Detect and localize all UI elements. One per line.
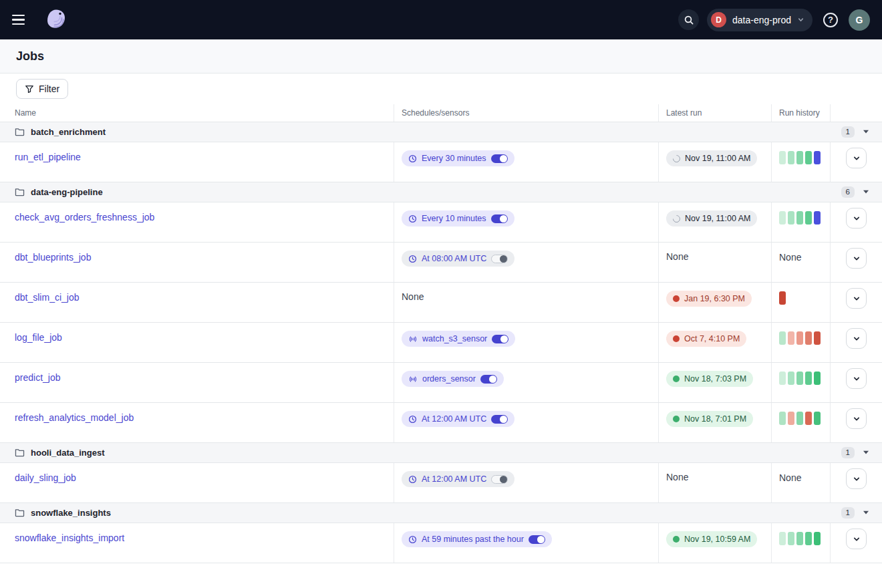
group-row-batch-enrichment[interactable]: batch_enrichment1 xyxy=(0,122,882,142)
group-row-hooli-data-ingest[interactable]: hooli_data_ingest1 xyxy=(0,443,882,463)
job-link[interactable]: check_avg_orders_freshness_job xyxy=(15,212,154,223)
run-history-bar[interactable] xyxy=(796,532,803,545)
run-history-bar[interactable] xyxy=(788,412,794,425)
run-history-bar[interactable] xyxy=(805,331,812,345)
run-history-bar[interactable] xyxy=(779,211,786,225)
expand-row-button[interactable] xyxy=(846,248,867,269)
run-history-bar[interactable] xyxy=(796,151,803,164)
run-history-bar[interactable] xyxy=(805,532,812,545)
dagster-logo[interactable] xyxy=(44,7,68,33)
run-history-bar[interactable] xyxy=(814,412,821,425)
latest-run-chip[interactable]: Jan 19, 6:30 PM xyxy=(666,291,752,307)
job-link[interactable]: predict_job xyxy=(15,372,61,383)
run-history-bar[interactable] xyxy=(814,211,821,225)
run-history-bar[interactable] xyxy=(788,151,794,164)
collapse-caret-icon[interactable] xyxy=(863,190,869,194)
run-history-bar[interactable] xyxy=(805,412,812,425)
collapse-caret-icon[interactable] xyxy=(863,450,869,454)
run-history-bar[interactable] xyxy=(779,151,786,164)
run-history-bar[interactable] xyxy=(779,291,786,305)
run-history-bar[interactable] xyxy=(814,372,821,385)
run-history-bar[interactable] xyxy=(796,372,803,385)
run-history-bars[interactable] xyxy=(779,412,821,425)
help-icon[interactable]: ? xyxy=(821,10,841,30)
expand-row-button[interactable] xyxy=(846,328,867,349)
schedule-toggle[interactable] xyxy=(491,415,508,424)
run-history-bar[interactable] xyxy=(796,211,803,225)
run-history-bar[interactable] xyxy=(796,412,803,425)
job-link[interactable]: snowflake_insights_import xyxy=(15,533,124,543)
latest-run-chip[interactable]: Nov 18, 7:03 PM xyxy=(666,371,753,387)
collapse-caret-icon[interactable] xyxy=(863,510,869,514)
sensor-chip[interactable]: orders_sensor xyxy=(402,371,504,387)
collapse-caret-icon[interactable] xyxy=(863,130,869,134)
run-history-bar[interactable] xyxy=(788,331,794,345)
run-history-bar[interactable] xyxy=(779,372,786,385)
avatar[interactable]: G xyxy=(849,9,870,31)
schedule-toggle[interactable] xyxy=(492,335,508,343)
run-history-bar[interactable] xyxy=(805,211,812,225)
run-history-bars[interactable] xyxy=(779,331,821,345)
latest-run-chip[interactable]: Nov 19, 11:00 AM xyxy=(666,150,757,166)
job-link[interactable]: refresh_analytics_model_job xyxy=(15,412,134,423)
latest-run-none: None xyxy=(666,251,688,262)
latest-run-chip[interactable]: Nov 19, 11:00 AM xyxy=(666,210,757,227)
expand-row-button[interactable] xyxy=(846,148,867,168)
sensor-chip[interactable]: watch_s3_sensor xyxy=(402,331,515,347)
run-history-bar[interactable] xyxy=(779,331,786,345)
schedule-chip[interactable]: Every 10 minutes xyxy=(402,210,514,227)
menu-icon[interactable] xyxy=(12,9,35,31)
job-row-daily-sling-job: daily_sling_jobAt 12:00 AM UTCNoneNone xyxy=(0,463,882,503)
latest-run-chip[interactable]: Nov 19, 10:59 AM xyxy=(666,531,757,547)
schedule-toggle[interactable] xyxy=(480,375,497,384)
group-row-data-eng-pipeline[interactable]: data-eng-pipeline6 xyxy=(0,182,882,202)
run-history-bar[interactable] xyxy=(814,331,821,345)
sensor-icon xyxy=(408,335,418,343)
schedule-toggle[interactable] xyxy=(491,255,508,263)
group-row-snowflake-insights[interactable]: snowflake_insights1 xyxy=(0,503,882,523)
schedule-toggle[interactable] xyxy=(491,475,508,484)
expand-row-button[interactable] xyxy=(846,529,867,549)
deployment-switcher[interactable]: D data-eng-prod xyxy=(707,9,813,31)
run-history-bar[interactable] xyxy=(805,151,812,164)
job-link[interactable]: dbt_slim_ci_job xyxy=(15,292,80,303)
schedule-chip[interactable]: At 08:00 AM UTC xyxy=(402,251,514,267)
search-icon[interactable] xyxy=(678,9,699,30)
schedule-chip[interactable]: Every 30 minutes xyxy=(402,150,514,166)
expand-row-button[interactable] xyxy=(846,468,867,489)
expand-row-button[interactable] xyxy=(846,208,867,229)
run-history-bars[interactable] xyxy=(779,372,821,385)
table-header-row: NameSchedules/sensorsLatest runRun histo… xyxy=(0,104,882,122)
run-history-bars[interactable] xyxy=(779,532,821,545)
schedule-toggle[interactable] xyxy=(491,214,508,223)
expand-row-button[interactable] xyxy=(846,368,867,389)
job-link[interactable]: daily_sling_job xyxy=(15,472,76,483)
expand-row-button[interactable] xyxy=(846,288,867,309)
run-history-bars[interactable] xyxy=(779,151,821,164)
schedule-chip[interactable]: At 59 minutes past the hour xyxy=(402,531,552,547)
schedule-chip[interactable]: At 12:00 AM UTC xyxy=(402,471,514,487)
run-history-bars[interactable] xyxy=(779,291,786,305)
run-history-bar[interactable] xyxy=(814,151,821,164)
run-history-bar[interactable] xyxy=(788,211,794,225)
schedule-label: Every 10 minutes xyxy=(422,214,486,223)
schedule-toggle[interactable] xyxy=(529,535,545,544)
run-history-bars[interactable] xyxy=(779,211,821,225)
latest-run-chip[interactable]: Oct 7, 4:10 PM xyxy=(666,331,746,347)
latest-run-time: Nov 19, 11:00 AM xyxy=(685,154,750,163)
run-history-bar[interactable] xyxy=(788,532,794,545)
run-history-bar[interactable] xyxy=(779,532,786,545)
run-history-bar[interactable] xyxy=(788,372,794,385)
schedule-chip[interactable]: At 12:00 AM UTC xyxy=(402,411,514,427)
expand-row-button[interactable] xyxy=(846,408,867,429)
run-history-bar[interactable] xyxy=(779,412,786,425)
schedule-toggle[interactable] xyxy=(491,154,508,163)
filter-button[interactable]: Filter xyxy=(16,79,68,99)
job-link[interactable]: dbt_blueprints_job xyxy=(15,252,91,263)
run-history-bar[interactable] xyxy=(796,331,803,345)
run-history-bar[interactable] xyxy=(805,372,812,385)
latest-run-chip[interactable]: Nov 18, 7:01 PM xyxy=(666,411,753,427)
job-link[interactable]: run_etl_pipeline xyxy=(15,152,81,162)
run-history-bar[interactable] xyxy=(814,532,821,545)
job-link[interactable]: log_file_job xyxy=(15,332,62,343)
